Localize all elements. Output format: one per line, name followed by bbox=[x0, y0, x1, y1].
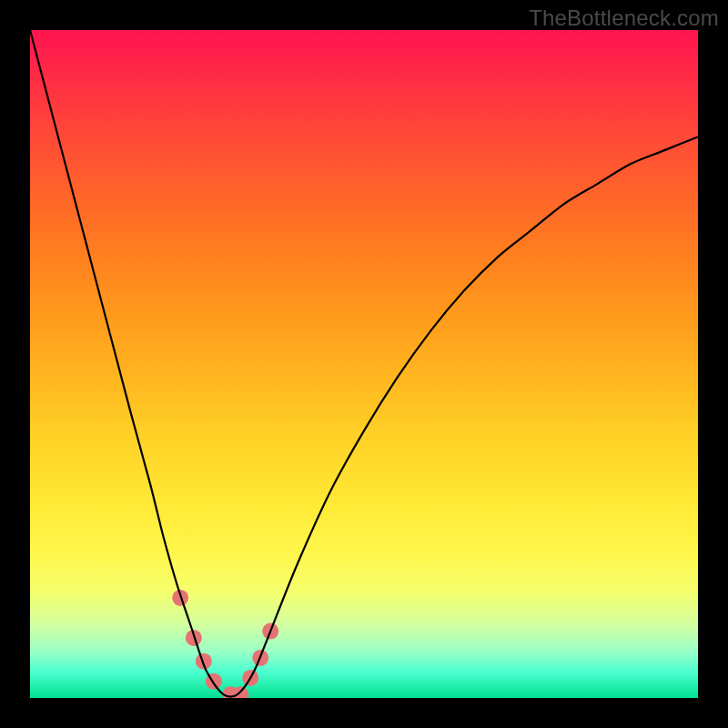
watermark-text: TheBottleneck.com bbox=[529, 5, 719, 31]
chart-svg bbox=[30, 30, 698, 698]
chart-frame: TheBottleneck.com bbox=[0, 0, 728, 728]
bottleneck-curve bbox=[30, 30, 698, 697]
marker-dots bbox=[172, 590, 278, 698]
chart-plot-area bbox=[30, 30, 698, 698]
